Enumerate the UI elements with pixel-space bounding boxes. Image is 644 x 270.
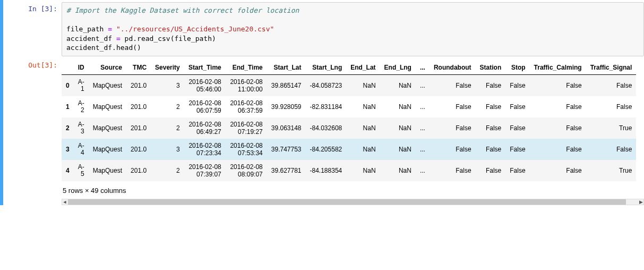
cell: 2 — [151, 96, 184, 117]
code-token: ( — [170, 35, 175, 43]
cell: ... — [416, 74, 430, 96]
dataframe-shape-note: 5 rows × 49 columns — [62, 181, 644, 198]
code-token: = — [112, 35, 124, 43]
code-token: accident_df — [66, 44, 112, 52]
cell: 201.0 — [126, 160, 151, 181]
cell: 2016-02-08 07:39:07 — [184, 160, 226, 181]
cell: False — [476, 74, 506, 96]
cell: ... — [416, 96, 430, 117]
cell: 2016-02-08 07:19:27 — [226, 117, 267, 139]
cell: False — [586, 96, 637, 117]
cell: False — [505, 160, 529, 181]
code-token: accident_df — [66, 35, 112, 43]
index-header — [62, 61, 74, 75]
column-header: Start_Lng — [306, 61, 347, 75]
cell: NaN — [380, 117, 416, 139]
cell: 2016-02-08 06:49:27 — [184, 117, 226, 139]
output-cell: Out[3]: IDSourceTMCSeverityStart_TimeEnd… — [3, 58, 644, 205]
cell: 201.0 — [126, 74, 151, 96]
cell: 2 — [151, 160, 184, 181]
code-token: ) — [212, 35, 216, 43]
row-index: 4 — [62, 160, 74, 181]
cell: -84.058723 — [306, 74, 347, 96]
table-row[interactable]: 0A-1MapQuest201.032016-02-08 05:46:00201… — [62, 74, 636, 96]
row-index: 2 — [62, 117, 74, 139]
scroll-left-icon[interactable]: ◄ — [62, 199, 67, 205]
column-header: Roundabout — [430, 61, 476, 75]
table-row[interactable]: 2A-3MapQuest201.022016-02-08 06:49:27201… — [62, 117, 636, 139]
row-index: 0 — [62, 74, 74, 96]
cell: 2016-02-08 07:53:34 — [226, 139, 267, 160]
code-comment: # Import the Kaggle Dataset with correct… — [66, 6, 299, 14]
cell: MapQuest — [89, 139, 126, 160]
cell: 2 — [151, 117, 184, 139]
row-index: 1 — [62, 96, 74, 117]
cell: 2016-02-08 11:00:00 — [226, 74, 267, 96]
output-body: IDSourceTMCSeverityStart_TimeEnd_TimeSta… — [62, 58, 644, 205]
cell: ... — [416, 160, 430, 181]
code-editor[interactable]: # Import the Kaggle Dataset with correct… — [62, 2, 644, 56]
cell: NaN — [380, 74, 416, 96]
column-header: ... — [416, 61, 430, 75]
cell: 39.063148 — [267, 117, 306, 139]
cell: False — [476, 117, 506, 139]
code-token: . — [112, 44, 116, 52]
cell: False — [505, 96, 529, 117]
cell: MapQuest — [89, 160, 126, 181]
column-header: End_Lng — [380, 61, 416, 75]
cell: ... — [416, 139, 430, 160]
cell: False — [530, 74, 586, 96]
table-row[interactable]: 1A-2MapQuest201.022016-02-08 06:07:59201… — [62, 96, 636, 117]
table-row[interactable]: 3A-4MapQuest201.032016-02-08 07:23:34201… — [62, 139, 636, 160]
cell: True — [586, 117, 637, 139]
dataframe-scroll[interactable]: IDSourceTMCSeverityStart_TimeEnd_TimeSta… — [62, 61, 640, 181]
cell: 3 — [151, 74, 184, 96]
scrollbar-thumb[interactable] — [68, 199, 626, 205]
cell: False — [476, 96, 506, 117]
column-header: End_Lat — [346, 61, 380, 75]
scroll-right-icon[interactable]: ▶ — [638, 199, 643, 205]
cell: False — [530, 160, 586, 181]
output-prompt: Out[3]: — [3, 58, 62, 205]
input-body: # Import the Kaggle Dataset with correct… — [62, 2, 644, 56]
cell: MapQuest — [89, 74, 126, 96]
table-row[interactable]: 4A-5MapQuest201.022016-02-08 07:39:07201… — [62, 160, 636, 181]
cell: False — [430, 96, 476, 117]
cell: False — [476, 139, 506, 160]
column-header: Stop — [505, 61, 529, 75]
column-header: Source — [89, 61, 126, 75]
cell: MapQuest — [89, 117, 126, 139]
cell: False — [430, 160, 476, 181]
cell: False — [530, 139, 586, 160]
cell: NaN — [380, 139, 416, 160]
column-header: TMC — [126, 61, 151, 75]
cell: NaN — [346, 117, 380, 139]
column-header: Start_Lat — [267, 61, 306, 75]
cell: 201.0 — [126, 117, 151, 139]
cell: A-4 — [74, 139, 89, 160]
table-header-row: IDSourceTMCSeverityStart_TimeEnd_TimeSta… — [62, 61, 636, 75]
cell: False — [505, 74, 529, 96]
cell: NaN — [346, 96, 380, 117]
cell: 2016-02-08 05:46:00 — [184, 74, 226, 96]
code-token: pd — [125, 35, 133, 43]
cell: False — [530, 96, 586, 117]
code-token: () — [133, 44, 141, 52]
cell: NaN — [380, 160, 416, 181]
code-token: = — [104, 25, 116, 33]
table-body: 0A-1MapQuest201.032016-02-08 05:46:00201… — [62, 74, 636, 181]
column-header: Station — [476, 61, 506, 75]
cell: 3 — [151, 139, 184, 160]
column-header: Severity — [151, 61, 184, 75]
horizontal-scrollbar[interactable]: ◄ ▶ — [62, 199, 644, 205]
cell: MapQuest — [89, 96, 126, 117]
cell: NaN — [380, 96, 416, 117]
cell: False — [505, 139, 529, 160]
code-token: file_path — [66, 25, 104, 33]
code-string: "../resources/US_Accidents_June20.csv" — [116, 25, 274, 33]
cell: False — [586, 139, 637, 160]
cell: 2016-02-08 06:07:59 — [184, 96, 226, 117]
cell: ... — [416, 117, 430, 139]
code-token: . — [133, 35, 137, 43]
cell: A-5 — [74, 160, 89, 181]
